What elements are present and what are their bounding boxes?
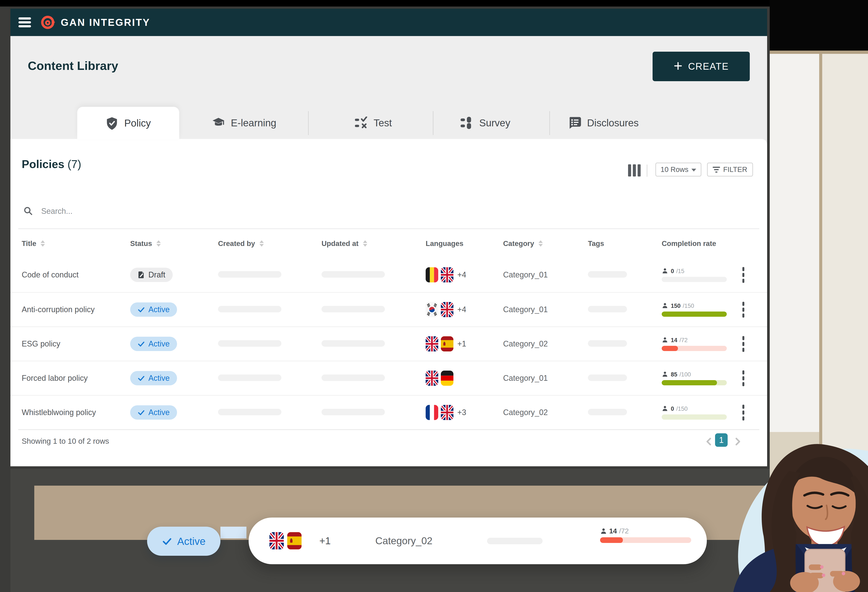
sort-icon[interactable] <box>156 240 161 247</box>
column-header: Status <box>130 240 218 248</box>
callout-languages <box>269 532 301 549</box>
kebab-menu-icon[interactable] <box>741 369 745 388</box>
placeholder-bar <box>588 409 627 415</box>
table-row[interactable]: ESG policyActive+1Category_0214/72 <box>10 326 767 361</box>
status-chip-active: Active <box>130 302 177 317</box>
flag-kr-icon <box>426 302 438 317</box>
kebab-menu-icon[interactable] <box>741 300 745 319</box>
person-icon <box>662 302 669 309</box>
app-topbar: GAN INTEGRITY <box>10 9 767 36</box>
row-completion: 150/150 <box>662 302 735 317</box>
sort-icon[interactable] <box>41 240 45 247</box>
column-header: Languages <box>426 240 503 248</box>
kebab-menu-icon[interactable] <box>741 335 745 353</box>
divider <box>18 429 759 430</box>
placeholder-bar <box>218 306 281 312</box>
tab-separator <box>549 111 550 135</box>
search-input[interactable] <box>41 206 236 216</box>
tab-label: Disclosures <box>587 117 639 129</box>
survey-icon <box>461 117 473 129</box>
placeholder-bar <box>218 409 281 415</box>
flag-de-icon <box>441 371 453 386</box>
row-category: Category_01 <box>503 305 588 314</box>
extra-languages: +4 <box>457 305 466 314</box>
row-title: ESG policy <box>22 339 130 348</box>
columns-icon[interactable] <box>628 164 641 176</box>
toolbar-separator <box>647 164 647 177</box>
page-title: Content Library <box>28 59 118 73</box>
table-row[interactable]: Code of conductDraft+4Category_010/15 <box>10 258 767 292</box>
brand-logo-icon <box>40 15 55 30</box>
filter-button[interactable]: FILTER <box>707 163 753 176</box>
row-title: Whistleblwoing policy <box>22 408 130 417</box>
kebab-menu-icon[interactable] <box>741 403 745 422</box>
row-title: Anti-corruption policy <box>22 305 130 314</box>
column-header: Created by <box>218 240 322 248</box>
app-window: GAN INTEGRITY Content Library + CREATE P… <box>9 6 770 469</box>
row-category: Category_02 <box>503 408 588 417</box>
placeholder-bar <box>487 538 543 544</box>
tab-disclosures[interactable]: Disclosures <box>568 111 639 135</box>
table-row[interactable]: Whistleblwoing policyActive+3Category_02… <box>10 395 767 429</box>
flag-gb-icon <box>426 371 438 386</box>
placeholder-bar <box>588 306 627 312</box>
row-title: Forced labor policy <box>22 374 130 383</box>
tab-policy[interactable]: Policy <box>77 107 179 139</box>
column-header: Category <box>503 240 588 248</box>
placeholder-bar <box>322 409 385 415</box>
column-header: Updated at <box>322 240 426 248</box>
row-languages <box>426 371 503 386</box>
kebab-menu-icon[interactable] <box>741 266 745 284</box>
brand-name: GAN INTEGRITY <box>61 9 150 36</box>
table-row[interactable]: Forced labor policyActiveCategory_0185/1… <box>10 361 767 395</box>
draft-document-icon <box>137 271 145 278</box>
flag-be-icon <box>426 267 438 283</box>
placeholder-bar <box>588 340 627 347</box>
row-title: Code of conduct <box>22 270 130 280</box>
person-icon <box>662 371 669 378</box>
callout-status-chip: Active <box>147 527 220 556</box>
flag-fr-icon <box>426 405 438 420</box>
search-icon <box>24 206 32 216</box>
row-completion: 14/72 <box>662 337 735 351</box>
callout-category: Category_02 <box>375 518 433 564</box>
placeholder-bar <box>322 374 385 381</box>
tab-elearning[interactable]: E-learning <box>212 111 276 135</box>
table-header-row: TitleStatusCreated byUpdated atLanguages… <box>10 229 767 258</box>
row-languages: +4 <box>426 302 503 317</box>
person-icon <box>662 337 669 343</box>
progress-bar <box>662 346 727 351</box>
filter-icon <box>713 167 720 173</box>
plus-icon: + <box>674 58 682 73</box>
check-icon <box>137 409 145 416</box>
tab-separator <box>433 111 434 135</box>
placeholder-bar <box>588 271 627 278</box>
check-icon <box>137 374 145 382</box>
rows-per-page-button[interactable]: 10 Rows <box>655 163 701 176</box>
create-button[interactable]: + CREATE <box>652 52 750 81</box>
flag-gb-icon <box>269 532 284 549</box>
callout-extra-languages: +1 <box>319 518 331 564</box>
placeholder-bar <box>322 306 385 312</box>
policies-card: Policies (7) 10 Rows FILTER <box>10 139 767 466</box>
sort-icon[interactable] <box>260 240 264 247</box>
person-icon <box>600 528 607 535</box>
table-row[interactable]: Anti-corruption policyActive+4Category_0… <box>10 292 767 326</box>
flag-gb-icon <box>426 336 438 351</box>
extra-languages: +3 <box>457 408 466 417</box>
callout-highlight <box>220 527 247 539</box>
list-count: (7) <box>68 158 81 170</box>
tab-survey[interactable]: Survey <box>461 111 510 135</box>
flag-gb-icon <box>441 302 453 317</box>
sort-icon[interactable] <box>363 240 367 247</box>
tab-label: Test <box>373 117 392 129</box>
backdrop-top-bar <box>0 0 868 6</box>
column-header: Completion rate <box>662 240 735 248</box>
sort-icon[interactable] <box>539 240 543 247</box>
tab-separator <box>308 111 309 135</box>
row-completion: 0/15 <box>662 268 735 282</box>
tab-test[interactable]: Test <box>355 111 392 135</box>
checklist-icon <box>355 117 368 129</box>
flag-es-icon <box>441 336 453 351</box>
hamburger-menu-icon[interactable] <box>18 17 31 27</box>
